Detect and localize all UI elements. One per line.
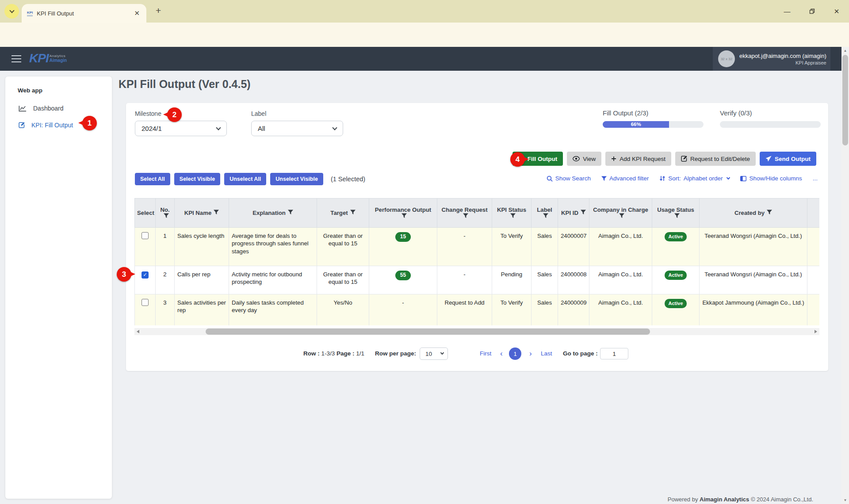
col-header-kpi_status[interactable]: KPI Status (492, 199, 532, 228)
logo-subtitle-bottom: Aimagin (50, 58, 67, 63)
funnel-icon (674, 213, 680, 218)
sort-order-value[interactable]: Alphabet order (684, 175, 723, 182)
cell-no: 2 (156, 266, 175, 294)
eye-icon (573, 156, 580, 161)
cell-created_by: Ekkapot Jammoung (Aimagin Co., Ltd.) (700, 294, 807, 326)
cell-target: Greater than or equal to 15 (317, 266, 369, 294)
next-page-icon[interactable]: › (529, 347, 532, 360)
kpi-favicon-icon: KPI (27, 11, 33, 16)
horizontal-scrollbar-thumb[interactable] (206, 328, 650, 335)
cell-kpi_name: Sales activities per rep (175, 294, 229, 326)
horizontal-scrollbar[interactable] (134, 328, 819, 335)
label-select[interactable]: All (251, 121, 343, 136)
select-buttons: Select AllSelect VisibleUnselect AllUnse… (135, 173, 323, 185)
first-page-link[interactable]: First (480, 347, 491, 360)
usage-status-badge: Active (665, 299, 686, 308)
cell-kpi_id: 24000007 (558, 228, 589, 266)
add-kpi-request-button[interactable]: Add KPI Request (605, 152, 671, 166)
row-checkbox[interactable] (142, 232, 149, 239)
scroll-right-icon[interactable] (812, 328, 819, 335)
send-output-button[interactable]: Send Output (760, 152, 816, 166)
window-minimize-button[interactable]: — (775, 0, 799, 23)
sidebar-section-title: Web app (5, 76, 112, 100)
col-label: Change Request (441, 206, 487, 213)
sidebar-item-label: KPI: Fill Output (31, 122, 73, 129)
current-page-button[interactable]: 1 (509, 347, 521, 360)
cell-kpi_name: Calls per rep (175, 266, 229, 294)
col-label: Usage Status (657, 206, 694, 213)
cell-created_date: 202 (807, 294, 820, 326)
browser-tab[interactable]: KPI KPI Fill Output ✕ (22, 4, 146, 23)
vertical-scrollbar[interactable]: ▲ ▼ (841, 47, 849, 504)
col-header-kpi_name[interactable]: KPI Name (175, 199, 229, 228)
row-checkbox[interactable]: ✓ (142, 271, 149, 279)
tool-show-hide-columns[interactable]: Show/Hide columns (740, 175, 802, 182)
prev-page-icon[interactable]: ‹ (500, 347, 503, 360)
funnel-icon (164, 213, 169, 218)
tool-advanced-filter[interactable]: Advanced filter (601, 175, 649, 182)
scroll-up-icon[interactable]: ▲ (841, 47, 849, 54)
cell-created_by: Teeranad Wongsri (Aimagin Co., Ltd.) (700, 266, 807, 294)
tool-show-search[interactable]: Show Search (547, 175, 591, 182)
window-close-button[interactable]: ✕ (824, 0, 849, 23)
milestone-label: Milestone (135, 110, 161, 117)
chevron-down-icon (216, 125, 221, 130)
page-label: Page : (337, 350, 355, 357)
unselect-visible-button[interactable]: Unselect Visible (270, 173, 323, 185)
col-header-kpi_id[interactable]: KPI ID (558, 199, 589, 228)
col-label: Target (330, 210, 348, 216)
user-menu[interactable]: 32 x 32 ekkapot.j@aimagin.com (aimagin) … (713, 47, 830, 71)
page-value: 1/1 (356, 350, 364, 357)
col-header-performance_output[interactable]: Performance Output (369, 199, 437, 228)
col-header-created_date (807, 199, 820, 228)
col-header-company[interactable]: Company in Charge (589, 199, 652, 228)
paper-plane-icon (765, 156, 772, 162)
sidebar-item-label: Dashboard (33, 105, 64, 112)
col-header-no[interactable]: No. (156, 199, 175, 228)
window-restore-button[interactable] (799, 0, 824, 23)
hamburger-menu-icon[interactable] (11, 55, 21, 62)
page-title: KPI Fill Output (Ver 0.4.5) (119, 78, 251, 91)
vertical-scrollbar-thumb[interactable] (842, 55, 848, 145)
select-all-button[interactable]: Select All (135, 173, 170, 185)
app-logo[interactable]: KPI Analytics Aimagin (29, 51, 67, 65)
cell-select: ✓ (135, 266, 156, 294)
unselect-all-button[interactable]: Unselect All (224, 173, 266, 185)
button-label: Request to Edit/Delete (690, 156, 750, 162)
col-header-explanation[interactable]: Explanation (229, 199, 317, 228)
milestone-select[interactable]: 2024/1 (135, 121, 227, 136)
button-label: Add KPI Request (620, 156, 665, 162)
col-header-select: Select (135, 199, 156, 228)
request-to-edit-delete-button[interactable]: Request to Edit/Delete (675, 152, 756, 166)
sidebar-nav: DashboardKPI: Fill Output (5, 100, 112, 134)
sidebar-item-dashboard[interactable]: Dashboard (5, 100, 112, 117)
new-tab-button[interactable]: + (156, 5, 161, 16)
cell-performance_output: 15 (369, 228, 437, 266)
tool-sort[interactable]: Sort:Alphabet order (659, 175, 730, 182)
tool-label: Show/Hide columns (749, 175, 802, 182)
col-header-target[interactable]: Target (317, 199, 369, 228)
goto-page-input[interactable] (600, 348, 628, 359)
tool-more[interactable]: ... (813, 175, 818, 182)
fill-output-progress-fill: 66% (603, 121, 669, 128)
last-page-link[interactable]: Last (541, 347, 552, 360)
scroll-down-icon[interactable]: ▼ (841, 496, 849, 504)
tab-close-icon[interactable]: ✕ (133, 9, 141, 17)
fill-output-progress-label: Fill Output (2/3) (603, 109, 648, 117)
table-row-3: 3Sales activities per repDaily sales tas… (135, 294, 820, 326)
tab-search-button[interactable] (4, 4, 19, 19)
rows-per-page-select[interactable]: 10 (420, 347, 448, 360)
cell-no: 3 (156, 294, 175, 326)
col-header-label[interactable]: Label (532, 199, 558, 228)
col-header-change_request[interactable]: Change Request (437, 199, 492, 228)
footer-powered-by: Powered by (668, 496, 698, 503)
scroll-left-icon[interactable] (134, 328, 142, 335)
row-checkbox[interactable] (142, 299, 149, 306)
table-row-2: ✓2Calls per repActivity metric for outbo… (135, 266, 820, 294)
pagination: Row : 1-3/3 Page : 1/1 Row per page: 10 … (126, 347, 828, 360)
view-button[interactable]: View (567, 152, 601, 166)
select-visible-button[interactable]: Select Visible (174, 173, 220, 185)
col-header-created_by[interactable]: Created by (700, 199, 807, 228)
col-header-usage_status[interactable]: Usage Status (652, 199, 700, 228)
cell-performance_output: - (369, 294, 437, 326)
